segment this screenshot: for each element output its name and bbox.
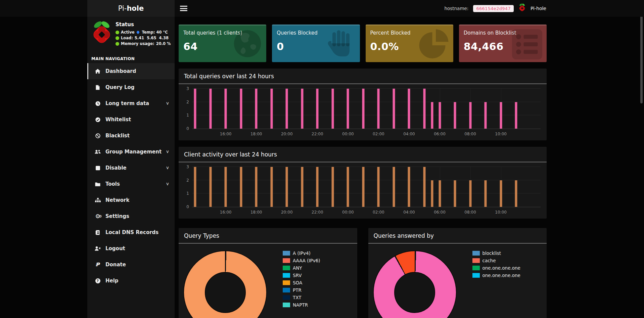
- legend-label: one.one.one.one: [482, 273, 520, 278]
- bar: [255, 167, 258, 207]
- users-icon: [95, 149, 101, 154]
- sidebar-item-tools[interactable]: Tools >: [87, 176, 175, 192]
- x-axis-tick: 06:00: [434, 210, 446, 215]
- legend-label: blocklist: [482, 251, 501, 256]
- status-title: Status: [116, 21, 171, 28]
- sidebar-item-settings[interactable]: ⚙⚙ Settings: [87, 208, 175, 224]
- x-axis-tick: 04:00: [403, 132, 415, 136]
- legend-item[interactable]: blocklist: [472, 249, 520, 257]
- legend-swatch: [283, 258, 290, 263]
- y-axis-tick: 1: [186, 191, 189, 196]
- bar: [286, 89, 288, 129]
- question-icon: ?: [95, 278, 101, 283]
- legend-item[interactable]: AAAA (IPv6): [283, 257, 320, 264]
- legend-swatch: [472, 266, 480, 270]
- stop-icon: [95, 166, 101, 170]
- hand-icon: [324, 28, 357, 62]
- clock-icon: [95, 101, 101, 106]
- legend-label: SRV: [293, 273, 302, 278]
- legend-label: TXT: [293, 295, 302, 300]
- check-circle-icon: [95, 117, 101, 122]
- legend-swatch: [472, 258, 480, 263]
- bar: [393, 89, 395, 129]
- x-axis-tick: 04:00: [403, 210, 415, 215]
- y-axis-tick: 1: [186, 113, 189, 118]
- legend-item[interactable]: cache: [472, 257, 520, 264]
- legend-item[interactable]: SOA: [283, 279, 320, 286]
- legend-swatch: [283, 251, 290, 256]
- legend-label: A (IPv4): [293, 251, 311, 256]
- x-axis-tick: 18:00: [250, 210, 262, 215]
- paypal-icon: P: [95, 262, 101, 268]
- sidebar-toggle-icon[interactable]: [180, 5, 187, 12]
- sidebar-item-disable[interactable]: Disable >: [87, 160, 175, 176]
- x-axis-tick: 22:00: [312, 132, 323, 136]
- sidebar-item-network[interactable]: Network: [87, 192, 175, 208]
- y-axis-tick: 0: [186, 126, 189, 131]
- bar: [393, 167, 395, 207]
- bar: [362, 89, 364, 129]
- main-navigation-label: MAIN NAVIGATION: [87, 52, 175, 63]
- temperature-icon: [136, 30, 140, 34]
- legend-item[interactable]: TXT: [283, 294, 320, 301]
- bar: [347, 89, 349, 129]
- queries-answered-legend: blocklistcacheone.one.one.oneone.one.one…: [472, 249, 520, 279]
- hostname-badge: 666154e2d947: [473, 5, 514, 12]
- sidebar-item-local-dns-records[interactable]: Local DNS Records: [87, 224, 175, 240]
- bar: [485, 102, 487, 129]
- sidebar-item-long-term-data[interactable]: Long term data >: [87, 95, 175, 111]
- top-navbar: Pi-hole hostname: 666154e2d947 Pi-hole: [0, 0, 644, 17]
- logo-text-pre: Pi-: [118, 4, 127, 12]
- bar: [431, 180, 433, 207]
- x-axis-tick: 08:00: [464, 132, 476, 136]
- raspberry-icon: [518, 3, 526, 13]
- legend-item[interactable]: one.one.one.one: [472, 272, 520, 279]
- status-ok-icon: [116, 36, 119, 40]
- donut-hole: [394, 272, 435, 313]
- bar: [439, 180, 441, 207]
- x-axis-tick: 08:00: [464, 210, 476, 215]
- legend-swatch: [472, 251, 480, 256]
- bar: [469, 180, 471, 207]
- query-types-donut-chart: [184, 251, 266, 318]
- sidebar-item-blacklist[interactable]: Blacklist: [87, 128, 175, 144]
- hostname-label: hostname:: [444, 6, 468, 11]
- gridline: [192, 102, 541, 102]
- pihole-logo: [91, 21, 112, 47]
- y-axis-tick: 0: [186, 205, 189, 209]
- legend-item[interactable]: A (IPv4): [283, 249, 320, 257]
- bar: [515, 102, 517, 129]
- sidebar-item-help[interactable]: ? Help: [87, 273, 175, 289]
- bar: [408, 167, 410, 207]
- y-axis-tick: 3: [186, 86, 189, 91]
- panel-title: Query Types: [179, 228, 357, 243]
- queries-answered-donut-chart: [374, 251, 456, 318]
- sidebar-item-dashboard[interactable]: Dashboard: [87, 63, 175, 79]
- legend-item[interactable]: NAPTR: [283, 301, 320, 309]
- gears-icon: ⚙⚙: [95, 213, 101, 220]
- legend-item[interactable]: PTR: [283, 286, 320, 294]
- brand-label: Pi-hole: [531, 6, 546, 11]
- list-icon: [511, 28, 543, 62]
- sidebar-item-group-management[interactable]: Group Management >: [87, 144, 175, 160]
- status-line-load: Load: 5.41 5.65 4.38: [116, 36, 171, 40]
- legend-item[interactable]: ANY: [283, 264, 320, 272]
- legend-item[interactable]: SRV: [283, 272, 320, 279]
- bar: [362, 167, 364, 207]
- bar: [225, 167, 227, 207]
- legend-item[interactable]: one.one.one.one: [472, 264, 520, 272]
- sidebar-item-logout[interactable]: Logout: [87, 240, 175, 257]
- sidebar-item-donate[interactable]: P Donate: [87, 257, 175, 273]
- chevron-down-icon: >: [165, 166, 170, 170]
- bar: [515, 180, 517, 207]
- scrollbar-thumb[interactable]: [640, 3, 643, 103]
- sitemap-icon: [95, 198, 101, 202]
- sidebar-item-whitelist[interactable]: Whitelist: [87, 111, 175, 128]
- panel-title: Client activity over last 24 hours: [179, 147, 547, 162]
- y-axis-tick: 3: [186, 165, 189, 169]
- sidebar-item-query-log[interactable]: Query Log: [87, 79, 175, 95]
- card-total-queries: Total queries (1 clients) 64: [179, 25, 266, 62]
- panel-title: Queries answered by: [368, 228, 547, 243]
- bar: [454, 102, 456, 129]
- status-ok-icon: [116, 31, 119, 34]
